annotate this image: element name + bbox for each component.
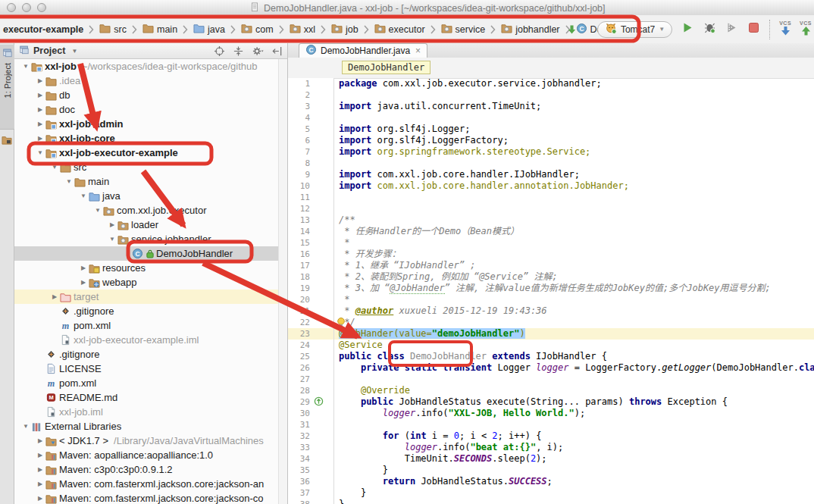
tree-row[interactable]: LICENSE xyxy=(14,362,287,376)
expand-arrow-icon[interactable]: ▼ xyxy=(20,63,31,70)
tree-row[interactable]: ▶< JDK1.7 >/Library/Java/JavaVirtualMach… xyxy=(14,434,287,448)
tree-row[interactable]: ▶db xyxy=(14,88,287,102)
expand-arrow-icon[interactable]: ▼ xyxy=(107,236,117,243)
expand-arrow-icon[interactable]: ▼ xyxy=(92,207,103,214)
tree-row[interactable]: ▶target xyxy=(14,290,287,304)
run-with-coverage-button[interactable] xyxy=(725,22,738,37)
project-panel-title[interactable]: Project xyxy=(33,45,65,56)
tree-row[interactable]: ▶resources xyxy=(14,261,287,275)
hide-icon[interactable] xyxy=(271,45,283,57)
tree-row[interactable]: ▼xxl-job~/workspaces/idea-git-workspace/… xyxy=(14,59,287,74)
tree-row[interactable]: ▼src xyxy=(14,160,287,174)
breadcrumb-item[interactable]: service xyxy=(440,21,487,37)
tree-row[interactable]: ▼main xyxy=(14,174,287,189)
expand-arrow-icon[interactable]: ▶ xyxy=(49,293,60,300)
overriding-method-icon[interactable] xyxy=(314,396,324,409)
stop-button[interactable] xyxy=(747,22,760,37)
run-button[interactable] xyxy=(681,22,694,37)
chevron-right-icon xyxy=(490,25,496,34)
tree-row[interactable]: ▶.idea xyxy=(14,74,287,88)
tree-row[interactable]: ▶Maven: aopalliance:aopalliance:1.0 xyxy=(14,448,287,462)
expand-arrow-icon[interactable]: ▶ xyxy=(35,466,45,473)
gutter-line: 24 xyxy=(288,340,333,351)
tool-window-icon[interactable] xyxy=(2,134,12,148)
tree-row[interactable]: xxl-job-executor-example.iml xyxy=(14,333,287,347)
project-panel-header: Project ▼ xyxy=(14,43,287,59)
tree-row[interactable]: ▶Maven: com.fasterxml.jackson.core:jacks… xyxy=(14,491,287,504)
debug-button[interactable] xyxy=(703,22,716,37)
locate-icon[interactable] xyxy=(214,45,225,57)
zoom-window-button[interactable] xyxy=(37,3,46,12)
expand-arrow-icon[interactable]: ▶ xyxy=(35,92,45,99)
tree-row[interactable]: mpom.xml xyxy=(14,376,287,390)
tree-row[interactable]: mpom.xml xyxy=(14,318,287,333)
editor-tab[interactable]: C DemoJobHandler.java × xyxy=(299,43,427,58)
navigate-down-icon[interactable] xyxy=(567,24,577,35)
collapse-all-icon[interactable] xyxy=(233,45,244,57)
tree-row[interactable]: ▶webapp xyxy=(14,275,287,290)
expand-arrow-icon[interactable]: ▶ xyxy=(78,265,89,271)
close-window-button[interactable] xyxy=(7,3,16,12)
breadcrumb-item[interactable]: main xyxy=(141,21,179,37)
tree-row[interactable]: ▶Maven: c3p0:c3p0:0.9.1.2 xyxy=(14,462,287,477)
expand-arrow-icon[interactable]: ▶ xyxy=(35,452,45,459)
breadcrumb-item[interactable]: jobhandler xyxy=(499,21,561,37)
tree-row[interactable]: CDemoJobHandler xyxy=(14,246,287,261)
tree-row[interactable]: ▶loader xyxy=(14,218,287,232)
tree-row[interactable]: xxl-job.iml xyxy=(14,405,287,419)
chevron-down-icon[interactable]: ▼ xyxy=(71,48,77,55)
breadcrumb-item[interactable]: xxl xyxy=(288,21,317,37)
tree-row[interactable]: ▶doc xyxy=(14,102,287,117)
expand-arrow-icon[interactable]: ▼ xyxy=(64,178,74,185)
settings-icon[interactable] xyxy=(252,45,264,57)
tomcat-icon xyxy=(605,23,617,36)
close-tab-icon[interactable]: × xyxy=(415,45,421,56)
expand-arrow-icon[interactable]: ▼ xyxy=(78,193,89,199)
vcs-update-button[interactable]: VCS xyxy=(779,20,791,38)
minimize-window-button[interactable] xyxy=(22,3,31,12)
tree-row[interactable]: ▶xxl-job-admin xyxy=(14,117,287,131)
project-tool-window-tab[interactable]: 1: Project xyxy=(0,45,14,130)
breadcrumb-item[interactable]: job xyxy=(330,21,360,37)
tree-row[interactable]: ▼com.xxl.job.executor xyxy=(14,203,287,218)
breadcrumb-item[interactable]: com xyxy=(240,21,275,37)
vcs-commit-button[interactable]: VCS xyxy=(800,20,812,38)
tree-row[interactable]: .gitignore xyxy=(14,304,287,318)
code-editor[interactable]: 1234567891011121314151617181920212223242… xyxy=(288,78,814,504)
code-line: package com.xxl.job.executor.service.job… xyxy=(334,78,814,89)
vcs-up-arrow-icon xyxy=(801,26,811,38)
expand-arrow-icon[interactable]: ▶ xyxy=(107,221,117,228)
expand-arrow-icon[interactable]: ▼ xyxy=(35,149,45,156)
expand-arrow-icon[interactable]: ▶ xyxy=(35,77,45,84)
expand-arrow-icon[interactable]: ▶ xyxy=(35,495,45,502)
tree-row[interactable]: ▼xxl-job-executor-example xyxy=(14,146,287,160)
expand-arrow-icon[interactable]: ▶ xyxy=(35,437,45,444)
breadcrumb-item[interactable]: executor-example xyxy=(2,23,85,36)
tree-row[interactable]: MREADME.md xyxy=(14,390,287,405)
expand-arrow-icon[interactable]: ▼ xyxy=(20,423,31,430)
tree-row[interactable]: ▼service.jobhandler xyxy=(14,232,287,246)
expand-arrow-icon[interactable]: ▶ xyxy=(35,481,45,487)
project-tree-scrollbar[interactable] xyxy=(278,59,287,504)
project-tree[interactable]: ▼xxl-job~/workspaces/idea-git-workspace/… xyxy=(14,59,287,504)
code-line: import com.xxl.job.core.handler.annotati… xyxy=(334,180,814,192)
tree-row[interactable]: ▼External Libraries xyxy=(14,419,287,434)
expand-arrow-icon[interactable]: ▶ xyxy=(35,121,45,127)
breadcrumb-item[interactable]: executor xyxy=(373,21,427,37)
tree-row[interactable]: ▼java xyxy=(14,189,287,203)
expand-arrow-icon[interactable]: ▶ xyxy=(78,279,89,286)
tree-row[interactable]: .gitignore xyxy=(14,347,287,362)
project-pane-icon xyxy=(19,45,30,57)
expand-arrow-icon[interactable]: ▼ xyxy=(49,164,60,171)
tree-row-label: main xyxy=(88,176,109,187)
tree-row[interactable]: ▶Maven: com.fasterxml.jackson.core:jacks… xyxy=(14,477,287,491)
expand-arrow-icon[interactable]: ▶ xyxy=(35,135,45,142)
code-line: } xyxy=(334,487,814,499)
breadcrumb-item[interactable]: java xyxy=(192,21,227,37)
tree-row[interactable]: ▶xxl-job-core xyxy=(14,131,287,146)
code-line: return JobHandleStatus.SUCCESS; xyxy=(334,476,814,487)
gutter-line: 10 xyxy=(288,180,333,192)
breadcrumb-item[interactable]: src xyxy=(98,21,128,37)
run-configuration-select[interactable]: Tomcat7 ▼ xyxy=(597,21,672,38)
expand-arrow-icon[interactable]: ▶ xyxy=(35,106,45,113)
